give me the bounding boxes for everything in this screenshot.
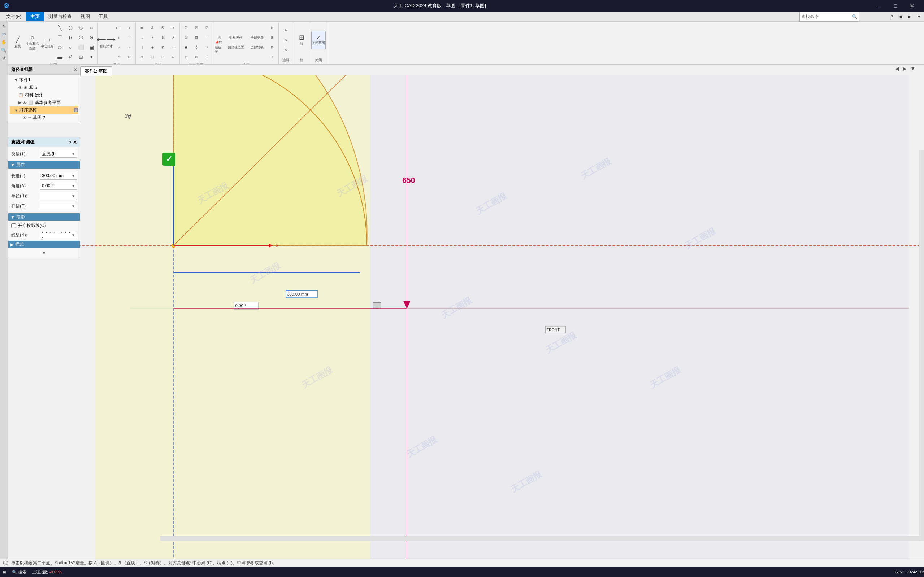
length-dropdown[interactable]: 300.00 mm ▼	[42, 173, 75, 178]
angle-value[interactable]: 0.00 ° ▼	[40, 182, 77, 190]
canvas-nav-down[interactable]: ▼	[909, 65, 917, 72]
ss-tool-4[interactable]: ◻	[181, 52, 191, 62]
attributes-section-title[interactable]: ▼ 属性	[8, 161, 80, 169]
props-close-icon[interactable]: ✕	[73, 140, 77, 145]
update-all-button[interactable]: 全部更新	[247, 33, 267, 42]
linetype-dropdown[interactable]: · · · · · · · · · ▼	[42, 230, 75, 240]
sweep-dropdown[interactable]: ▼	[42, 204, 75, 208]
tree-item-planes[interactable]: ▶ 👁 ⬜ 基本参考平面	[10, 99, 78, 106]
ann-tool-2[interactable]: A	[281, 35, 291, 45]
rect-array-button[interactable]: 矩形阵列	[225, 33, 247, 42]
ss-tool-3[interactable]: ▣	[181, 43, 191, 52]
sketch-canvas[interactable]: × Z 300.00 mm 650 0.00 ° 天工画	[80, 75, 924, 559]
rel-tool-12[interactable]: ⊡	[158, 52, 168, 62]
dim-tool-4[interactable]: ∠	[114, 52, 124, 62]
tree-item-sketch2[interactable]: 👁 ✏ 草图 2	[10, 114, 78, 122]
menu-view[interactable]: 视图	[76, 12, 94, 21]
line-tool-button[interactable]: ╱ 直线	[10, 33, 25, 52]
feature-tool-1[interactable]: ⊞	[267, 23, 277, 32]
draw-tool-4[interactable]: ▬	[55, 52, 65, 62]
ss-tool-2[interactable]: ⊙	[181, 33, 191, 42]
dim-tool-2[interactable]: ↕	[114, 33, 124, 42]
menu-tools[interactable]: 工具	[94, 12, 112, 21]
enable-projection-checkbox[interactable]	[11, 223, 16, 228]
radius-dropdown[interactable]: ▼	[42, 194, 75, 198]
tree-item-sequential[interactable]: ▼ 顺序建模 ©	[10, 106, 78, 114]
ann-tool-3[interactable]: A	[281, 45, 291, 55]
feature-tool-4[interactable]: ⊹	[267, 52, 277, 62]
help-button[interactable]: ?	[887, 11, 896, 22]
feature-tool-2[interactable]: ⊠	[267, 33, 277, 42]
rel-tool-9[interactable]: ☒	[158, 23, 168, 32]
dim-tool-3[interactable]: ⌀	[114, 43, 124, 52]
draw-tool-3[interactable]: ⊙	[55, 43, 65, 52]
rotate-button[interactable]: ↺	[0, 55, 8, 62]
rel-tool-10[interactable]: ⊕	[158, 33, 168, 42]
zoom-button[interactable]: 🔍	[0, 47, 8, 54]
draw-tool-13[interactable]: ↔	[86, 23, 96, 32]
draw-tool-7[interactable]: ○	[65, 43, 76, 52]
rel-tool-15[interactable]: ⊿	[168, 43, 178, 52]
transform-all-button[interactable]: 全部转换	[247, 43, 267, 52]
dim-tool-6[interactable]: ⌒	[124, 33, 134, 42]
search-input[interactable]	[801, 14, 852, 19]
sweep-value[interactable]: ▼	[40, 202, 77, 210]
nav-down-button[interactable]: ▼	[914, 11, 924, 22]
dim-tool-5[interactable]: T	[124, 23, 134, 32]
angle-dropdown[interactable]: 0.00 ° ▼	[42, 183, 75, 189]
rel-tool-5[interactable]: ∡	[147, 23, 157, 32]
tree-item-material[interactable]: 📋 材料 (无)	[10, 91, 78, 99]
dim-tool-1[interactable]: ⟵|	[114, 23, 124, 32]
ss-tool-11[interactable]: ⌗	[202, 43, 212, 52]
rel-tool-4[interactable]: ⊙	[137, 52, 147, 62]
draw-tool-11[interactable]: ⬜	[76, 43, 86, 52]
center-circle-button[interactable]: ○ 中心和点圆圆	[25, 33, 40, 52]
search-icon[interactable]: 🔍	[852, 14, 857, 19]
length-value[interactable]: 300.00 mm ▼	[40, 172, 77, 180]
minimize-button[interactable]: ─	[871, 0, 887, 11]
linetype-value[interactable]: · · · · · · · · · ▼	[40, 231, 77, 239]
draw-tool-5[interactable]: ⬡	[65, 23, 76, 32]
ss-tool-5[interactable]: ☑	[191, 23, 202, 32]
draw-tool-10[interactable]: ⎔	[76, 33, 86, 42]
horizontal-scrollbar[interactable]	[160, 536, 919, 541]
rel-tool-14[interactable]: ↗	[168, 33, 178, 42]
draw-tool-12[interactable]: ⊞	[76, 52, 86, 62]
draw-tool-8[interactable]: ✐	[65, 52, 76, 62]
ann-tool-1[interactable]: A	[281, 26, 291, 35]
search-button[interactable]: 🔍 搜索	[9, 569, 29, 575]
ss-tool-12[interactable]: ⊹	[202, 52, 212, 62]
stock-widget[interactable]: 上证指数 -0.05%	[29, 569, 65, 575]
rel-tool-16[interactable]: ∾	[168, 52, 178, 62]
circle-array-button[interactable]: 圆形柱位置	[225, 43, 247, 52]
draw-tool-9[interactable]: ◇	[76, 23, 86, 32]
pan-button[interactable]: ✋	[0, 39, 8, 46]
feature-tool-3[interactable]: ⊡	[267, 43, 277, 52]
radius-value[interactable]: ▼	[40, 192, 77, 200]
draw-tool-6[interactable]: ⟨⟩	[65, 33, 76, 42]
rel-tool-11[interactable]: ⊠	[158, 43, 168, 52]
tree-minimize-button[interactable]: ─	[69, 68, 72, 72]
rel-tool-3[interactable]: ∥	[137, 43, 147, 52]
ss-tool-9[interactable]: ☑	[202, 23, 212, 32]
props-help-icon[interactable]: ?	[69, 140, 71, 145]
draw-tool-14[interactable]: ⊗	[86, 33, 96, 42]
rel-tool-1[interactable]: ═	[137, 23, 147, 32]
nav-next-button[interactable]: ▶	[905, 11, 914, 22]
ss-tool-7[interactable]: ╬	[191, 43, 202, 52]
menu-home[interactable]: 主页	[26, 12, 44, 21]
smart-dimension-button[interactable]: ⟵⟶ 智能尺寸	[99, 33, 113, 52]
draw-tool-1[interactable]: ╲	[55, 23, 65, 32]
nail-pos-button[interactable]: 📌钉住位置	[215, 43, 225, 52]
canvas-nav-right[interactable]: ▶	[901, 65, 908, 72]
confirm-button[interactable]: ✓	[163, 153, 176, 166]
3d-view-button[interactable]: 3D	[0, 31, 8, 38]
ss-tool-6[interactable]: ⊞	[191, 33, 202, 42]
vertical-scrollbar[interactable]	[919, 150, 924, 541]
projection-section-title[interactable]: ▼ 投影	[8, 213, 80, 221]
close-sketch-button[interactable]: ✓ 关闭草图	[311, 31, 326, 50]
style-section-title[interactable]: ▶ 样式	[8, 241, 80, 248]
ss-tool-8[interactable]: ⊛	[191, 52, 202, 62]
sketch-tab[interactable]: 零件1: 草图	[80, 66, 112, 76]
rel-tool-8[interactable]: ⬚	[147, 52, 157, 62]
